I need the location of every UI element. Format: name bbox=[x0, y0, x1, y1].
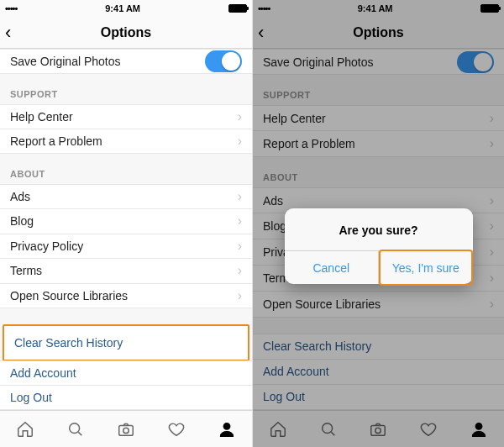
svg-point-3 bbox=[223, 423, 229, 429]
row-label: Terms bbox=[10, 264, 42, 277]
row-label: Ads bbox=[10, 190, 30, 203]
heart-icon[interactable] bbox=[166, 419, 186, 439]
button-label: Yes, I'm sure bbox=[392, 261, 459, 275]
row-label: Open Source Libraries bbox=[10, 289, 128, 302]
row-save-original-photos[interactable]: Save Original Photos bbox=[0, 49, 252, 74]
row-report-problem[interactable]: Report a Problem › bbox=[0, 129, 252, 155]
svg-point-2 bbox=[123, 428, 129, 433]
status-bar: ••••• 9:41 AM bbox=[0, 0, 252, 17]
chevron-right-icon: › bbox=[238, 189, 242, 204]
row-log-out[interactable]: Log Out bbox=[0, 385, 252, 410]
row-label: Privacy Policy bbox=[10, 239, 83, 253]
row-label: Blog bbox=[10, 214, 34, 228]
right-screen: ••••• 9:41 AM ‹ Options Save Original Ph… bbox=[252, 0, 504, 447]
svg-rect-1 bbox=[119, 425, 134, 435]
row-label: Report a Problem bbox=[10, 134, 102, 148]
camera-icon[interactable] bbox=[116, 419, 136, 439]
row-privacy-policy[interactable]: Privacy Policy › bbox=[0, 234, 252, 260]
cancel-button[interactable]: Cancel bbox=[285, 251, 379, 284]
profile-icon[interactable] bbox=[217, 419, 237, 439]
row-open-source[interactable]: Open Source Libraries › bbox=[0, 284, 252, 309]
row-clear-search-history[interactable]: Clear Search History bbox=[4, 326, 248, 360]
alert-title: Are you sure? bbox=[285, 208, 473, 250]
row-label: Clear Search History bbox=[14, 336, 123, 350]
nav-bar: ‹ Options bbox=[0, 17, 252, 49]
section-header-about: ABOUT bbox=[0, 154, 252, 184]
row-help-center[interactable]: Help Center › bbox=[0, 104, 252, 129]
home-icon[interactable] bbox=[15, 419, 35, 439]
chevron-right-icon: › bbox=[238, 213, 242, 229]
chevron-right-icon: › bbox=[238, 288, 242, 303]
confirm-button[interactable]: Yes, I'm sure bbox=[378, 251, 473, 284]
row-label: Help Center bbox=[10, 110, 73, 124]
row-ads[interactable]: Ads › bbox=[0, 184, 252, 209]
chevron-right-icon: › bbox=[238, 263, 242, 278]
section-header-support: SUPPORT bbox=[0, 74, 252, 104]
row-label: Add Account bbox=[10, 366, 76, 380]
chevron-right-icon: › bbox=[238, 109, 242, 124]
battery-icon bbox=[228, 4, 247, 13]
tab-bar bbox=[0, 410, 252, 447]
toggle-knob bbox=[222, 52, 240, 71]
row-label: Save Original Photos bbox=[10, 55, 121, 68]
row-blog[interactable]: Blog › bbox=[0, 209, 252, 234]
alert-button-row: Cancel Yes, I'm sure bbox=[285, 250, 473, 284]
row-terms[interactable]: Terms › bbox=[0, 259, 252, 284]
page-title: Options bbox=[0, 25, 252, 40]
status-time: 9:41 AM bbox=[105, 3, 140, 13]
search-icon[interactable] bbox=[66, 419, 86, 439]
scroll-content: Save Original Photos SUPPORT Help Center… bbox=[0, 49, 252, 410]
back-chevron-icon[interactable]: ‹ bbox=[5, 24, 11, 42]
signal-dots: ••••• bbox=[5, 3, 17, 13]
highlight-clear-search: Clear Search History bbox=[3, 324, 249, 361]
button-label: Cancel bbox=[312, 261, 349, 275]
toggle-save-photos[interactable] bbox=[205, 50, 242, 72]
chevron-right-icon: › bbox=[238, 239, 242, 254]
left-screen: ••••• 9:41 AM ‹ Options Save Original Ph… bbox=[0, 0, 252, 447]
highlight-confirm: Yes, I'm sure bbox=[379, 250, 473, 286]
confirm-alert: Are you sure? Cancel Yes, I'm sure bbox=[285, 208, 473, 284]
row-add-account[interactable]: Add Account bbox=[0, 360, 252, 386]
svg-point-0 bbox=[70, 423, 80, 433]
chevron-right-icon: › bbox=[238, 134, 242, 149]
row-label: Log Out bbox=[10, 391, 52, 404]
